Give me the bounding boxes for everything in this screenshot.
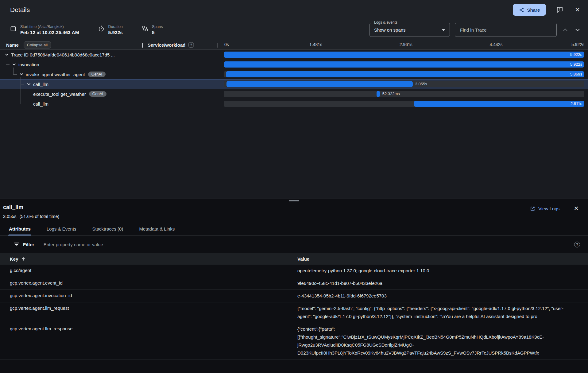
timer-icon xyxy=(98,25,104,32)
trace-details-window: Details Share xyxy=(0,0,588,373)
column-separator xyxy=(142,43,143,48)
span-duration: 52.322ms xyxy=(382,91,400,97)
attribute-value: opentelemetry-python 1.37.0; google-clou… xyxy=(297,267,588,275)
attribute-row: gcp.vertex.agent.invocation_id e-4344135… xyxy=(0,290,588,302)
duration-block: Duration 5.922s xyxy=(98,25,123,35)
service-column-header: Service/workload xyxy=(148,42,185,48)
span-bar[interactable] xyxy=(226,71,584,77)
span-name: Trace ID 0d75064afde040614b98d68c0acc17d… xyxy=(11,52,115,57)
key-column-header[interactable]: Key xyxy=(0,256,297,262)
logs-events-value: Show on spans xyxy=(374,27,406,33)
service-help-icon[interactable]: ? xyxy=(188,42,194,48)
attribute-key: gcp.vertex.agent.llm_response xyxy=(0,325,297,357)
span-track: 5.922s xyxy=(224,61,584,68)
span-duration: 3.055s xyxy=(415,81,427,87)
start-time-block: Start time (Asia/Bangkok) Feb 12 at 10:0… xyxy=(10,25,79,35)
waterfall-header: Name Collapse all Service/workload ? 0s … xyxy=(0,40,588,50)
find-in-trace-input[interactable] xyxy=(455,23,557,37)
span-bar[interactable] xyxy=(226,81,412,87)
span-bar[interactable] xyxy=(414,101,584,107)
detail-tabs: Attributes Logs & Events Stacktraces (0)… xyxy=(0,219,588,236)
name-column-header: Name xyxy=(6,42,19,48)
span-row-invocation[interactable]: invocation 5.922s xyxy=(0,60,588,69)
span-name: call_llm xyxy=(33,82,48,87)
span-row-call-llm-2[interactable]: call_llm 2.811s xyxy=(0,99,588,109)
time-tick: 1.481s xyxy=(309,42,322,47)
span-name: invocation xyxy=(18,62,39,67)
span-bar[interactable] xyxy=(224,52,584,58)
attribute-key: gcp.vertex.agent.event_id xyxy=(0,279,297,287)
attribute-key: gcp.vertex.agent.invocation_id xyxy=(0,292,297,300)
filter-help-icon[interactable]: ? xyxy=(574,242,580,247)
spans-value: 5 xyxy=(152,30,163,35)
close-button[interactable]: ✕ xyxy=(574,6,581,14)
span-detail-duration: 3.055s xyxy=(3,214,17,219)
find-next-button[interactable] xyxy=(574,27,581,33)
span-name: invoke_agent weather_agent xyxy=(26,72,85,77)
expander-icon[interactable] xyxy=(11,63,17,66)
view-logs-label: View Logs xyxy=(538,206,559,211)
span-row-invoke-agent[interactable]: invoke_agent weather_agent GenAI 5.869s xyxy=(0,69,588,79)
time-tick: 4.442s xyxy=(490,42,503,47)
span-duration: 5.922s xyxy=(570,52,582,58)
span-detail-panel: call_llm 3.055s (51.6% of total time) Vi… xyxy=(0,199,588,373)
toolbar: Start time (Asia/Bangkok) Feb 12 at 10:0… xyxy=(0,20,588,40)
close-icon: ✕ xyxy=(574,205,579,212)
share-icon xyxy=(519,7,524,13)
feedback-button[interactable] xyxy=(555,5,564,14)
chevron-down-icon xyxy=(575,28,580,32)
span-row-execute-tool[interactable]: execute_tool get_weather GenAI 52.322ms xyxy=(0,89,588,99)
filter-icon xyxy=(14,242,19,247)
genai-badge: GenAI xyxy=(88,72,106,77)
span-name: execute_tool get_weather xyxy=(33,91,86,97)
chevron-up-icon xyxy=(563,28,568,32)
filter-label: Filter xyxy=(23,242,34,247)
attribute-key: gcp.vertex.agent.llm_request xyxy=(0,305,297,321)
close-icon: ✕ xyxy=(575,7,580,13)
attribute-key: g.co/agent xyxy=(0,267,297,275)
resize-handle[interactable] xyxy=(289,200,299,201)
span-track: 5.922s xyxy=(224,52,584,58)
view-logs-link[interactable]: View Logs xyxy=(530,206,559,211)
spans-block: Spans 5 xyxy=(142,25,163,35)
attribute-row: gcp.vertex.agent.event_id 9fe6490c-458c-… xyxy=(0,277,588,290)
duration-label: Duration xyxy=(108,25,123,29)
filter-input[interactable] xyxy=(43,242,574,247)
find-prev-button[interactable] xyxy=(562,27,569,33)
tab-logs-events[interactable]: Logs & Events xyxy=(46,226,77,235)
span-duration: 5.922s xyxy=(570,61,582,68)
collapse-all-button[interactable]: Collapse all xyxy=(24,41,51,49)
panel-close-button[interactable]: ✕ xyxy=(572,204,580,213)
attribute-value: {"model": "gemini-2.5-flash", "config": … xyxy=(297,305,588,321)
header-bar: Details Share xyxy=(0,0,588,20)
time-tick: 0s xyxy=(224,42,229,47)
duration-value: 5.922s xyxy=(108,30,123,35)
logs-events-select[interactable]: Logs & events Show on spans xyxy=(369,23,450,37)
span-detail-title: call_llm xyxy=(3,204,59,211)
expander-icon[interactable] xyxy=(26,83,32,85)
span-rows: Trace ID 0d75064afde040614b98d68c0acc17d… xyxy=(0,50,588,109)
span-track: 5.869s xyxy=(224,71,584,77)
span-track: 2.811s xyxy=(224,101,584,107)
expander-icon[interactable] xyxy=(4,53,10,56)
span-bar[interactable] xyxy=(224,61,584,68)
calendar-icon xyxy=(10,25,16,32)
value-column-header: Value xyxy=(297,256,588,262)
attribute-value: e-43441354-05b2-4b11-9fdd-6f6792ee5703 xyxy=(297,292,588,300)
open-in-new-icon xyxy=(530,206,535,211)
span-bar[interactable] xyxy=(377,91,380,97)
filter-bar: Filter ? xyxy=(0,236,588,253)
tab-attributes[interactable]: Attributes xyxy=(8,226,31,235)
span-row-trace[interactable]: Trace ID 0d75064afde040614b98d68c0acc17d… xyxy=(0,50,588,60)
time-axis: 0s 1.481s 2.961s 4.442s 5.922s xyxy=(224,40,584,49)
expander-icon[interactable] xyxy=(18,73,25,76)
span-row-call-llm-selected[interactable]: call_llm 3.055s xyxy=(0,79,588,89)
share-button[interactable]: Share xyxy=(513,4,546,16)
tab-stacktraces[interactable]: Stacktraces (0) xyxy=(92,226,124,235)
tab-metadata-links[interactable]: Metadata & Links xyxy=(138,226,175,235)
span-track: 52.322ms xyxy=(224,91,584,97)
sort-ascending-icon xyxy=(21,257,25,261)
spans-label: Spans xyxy=(152,25,163,29)
attribute-value: {"content":{"parts": [{"thought_signatur… xyxy=(297,325,588,357)
column-separator xyxy=(218,43,218,48)
